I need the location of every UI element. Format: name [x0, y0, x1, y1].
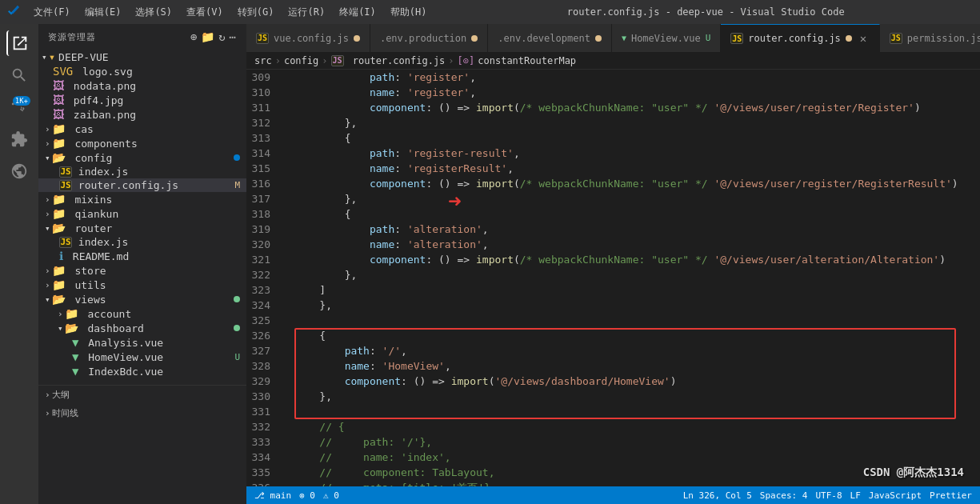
- tab-permission-js[interactable]: JS permission.js: [880, 24, 980, 52]
- code-line-321: component: () => import(/* webpackChunkN…: [294, 252, 972, 267]
- tree-router-index-js[interactable]: JS index.js: [38, 235, 246, 249]
- code-line-322: },: [294, 267, 972, 282]
- components-label: components: [69, 138, 246, 150]
- sidebar-outline[interactable]: 大纲: [38, 386, 246, 404]
- sidebar-actions: ⊕ 📁 ↻ ⋯: [190, 30, 237, 43]
- tree-cas[interactable]: 📁 cas: [38, 122, 246, 136]
- account-label: account: [82, 308, 246, 320]
- code-line-318: {: [294, 206, 972, 222]
- tree-utils[interactable]: 📁 utils: [38, 278, 246, 292]
- menu-help[interactable]: 帮助(H): [384, 4, 434, 21]
- formatter[interactable]: Prettier: [930, 490, 972, 501]
- tree-readme[interactable]: ℹ README.md: [38, 249, 246, 263]
- router-config-tab-label: router.config.js: [748, 33, 841, 44]
- env-production-tab-label: .env.production: [380, 33, 466, 44]
- tree-qiankun[interactable]: 📁 qiankun: [38, 206, 246, 221]
- sidebar-title: 资源管理器: [48, 31, 96, 43]
- source-control-badge: 1K+: [13, 96, 30, 106]
- homeview-badge: U: [234, 352, 246, 362]
- tab-env-production[interactable]: .env.production: [370, 24, 488, 52]
- root-folder-icon: ▾: [49, 50, 55, 63]
- tree-store[interactable]: 📁 store: [38, 263, 246, 278]
- permission-tab-label: permission.js: [907, 33, 980, 44]
- views-arrow: [45, 294, 50, 305]
- tab-homeview-vue[interactable]: ▼ HomeView.vue U: [612, 24, 721, 52]
- router-index-label: index.js: [72, 236, 246, 248]
- env-development-tab-label: .env.development: [498, 33, 590, 44]
- tree-indexbdc-vue[interactable]: ▼ IndexBdc.vue: [38, 364, 246, 378]
- breadcrumb-file[interactable]: router.config.js: [347, 55, 446, 66]
- git-branch[interactable]: ⎇ main: [254, 490, 291, 501]
- spaces[interactable]: Spaces: 4: [760, 490, 808, 501]
- root-label: DEEP-VUE: [58, 51, 246, 63]
- code-lines[interactable]: path: 'register', name: 'register', comp…: [286, 70, 980, 486]
- tab-router-config-js[interactable]: JS router.config.js ✕: [721, 24, 880, 52]
- homeview-tab-badge: U: [706, 33, 711, 43]
- qiankun-arrow: [45, 209, 50, 219]
- menu-view[interactable]: 查看(V): [180, 4, 230, 21]
- tree-config-index-js[interactable]: JS index.js: [38, 165, 246, 178]
- tree-router-config-js[interactable]: JS router.config.js M: [38, 178, 246, 192]
- refresh-icon[interactable]: ↻: [218, 30, 226, 43]
- activity-search[interactable]: [6, 62, 32, 88]
- tab-vue-config[interactable]: JS vue.config.js: [246, 24, 370, 52]
- tree-pdf4-jpg[interactable]: 🖼 pdf4.jpg: [38, 93, 246, 107]
- cursor-position[interactable]: Ln 326, Col 5: [683, 490, 752, 501]
- menu-goto[interactable]: 转到(G): [231, 4, 281, 21]
- tree-router[interactable]: 📂 router: [38, 221, 246, 235]
- config-folder-icon: 📂: [52, 151, 66, 164]
- title-bar: 文件(F) 编辑(E) 选择(S) 查看(V) 转到(G) 运行(R) 终端(I…: [0, 0, 980, 24]
- dashboard-arrow: [58, 323, 63, 334]
- menu-bar[interactable]: 文件(F) 编辑(E) 选择(S) 查看(V) 转到(G) 运行(R) 终端(I…: [27, 4, 434, 21]
- main-layout: 1K+ 资源管理器 ⊕ 📁 ↻ ⋯ ▾ DEEP-VUE: [0, 24, 980, 504]
- config-label: config: [69, 152, 234, 164]
- utils-arrow: [45, 280, 50, 290]
- tree-analysis-vue[interactable]: ▼ Analysis.vue: [38, 335, 246, 350]
- breadcrumb-config[interactable]: config: [284, 55, 318, 66]
- breadcrumb-constant[interactable]: constantRouterMap: [478, 55, 576, 66]
- tree-logo-svg[interactable]: SVG logo.svg: [38, 64, 246, 78]
- menu-run[interactable]: 运行(R): [282, 4, 331, 21]
- tree-account[interactable]: 📁 account: [38, 306, 246, 321]
- breadcrumb-src[interactable]: src: [254, 55, 272, 66]
- tree-homeview-vue[interactable]: ▼ HomeView.vue U: [38, 350, 246, 364]
- menu-select[interactable]: 选择(S): [129, 4, 178, 21]
- tree-views[interactable]: 📂 views: [38, 292, 246, 306]
- mixins-label: mixins: [69, 194, 246, 206]
- router-index-js-icon: JS: [59, 237, 72, 248]
- tree-dashboard[interactable]: 📂 dashboard: [38, 321, 246, 335]
- code-line-319: path: 'alteration',: [294, 222, 972, 237]
- menu-terminal[interactable]: 终端(I): [333, 4, 382, 21]
- code-line-315: name: 'registerResult',: [294, 161, 972, 176]
- breadcrumb-symbol[interactable]: [⊙]: [458, 55, 475, 66]
- language-mode[interactable]: JavaScript: [869, 490, 922, 501]
- root-arrow: [42, 52, 47, 62]
- tree-components[interactable]: 📁 components: [38, 136, 246, 150]
- menu-file[interactable]: 文件(F): [27, 4, 77, 21]
- warning-count[interactable]: ⚠ 0: [323, 490, 339, 501]
- tree-root[interactable]: ▾ DEEP-VUE: [38, 50, 246, 64]
- tab-env-development[interactable]: .env.development: [488, 24, 612, 52]
- collapse-icon[interactable]: ⋯: [230, 30, 237, 43]
- router-config-tab-close[interactable]: ✕: [857, 32, 870, 45]
- code-line-316: component: () => import(/* webpackChunkN…: [294, 176, 972, 191]
- activity-source-control[interactable]: 1K+: [6, 94, 32, 120]
- activity-explorer[interactable]: [6, 30, 32, 56]
- breadcrumb: src › config › JS router.config.js › [⊙]…: [246, 52, 980, 70]
- code-line-320: name: 'alteration',: [294, 237, 972, 252]
- line-ending[interactable]: LF: [850, 490, 861, 501]
- sidebar-timeline[interactable]: 时间线: [38, 404, 246, 422]
- activity-extensions[interactable]: [6, 126, 32, 152]
- zaiban-label: zaiban.png: [67, 109, 246, 121]
- error-count[interactable]: ⊗ 0: [299, 490, 315, 501]
- tree-nodata-png[interactable]: 🖼 nodata.png: [38, 78, 246, 93]
- tree-mixins[interactable]: 📁 mixins: [38, 192, 246, 206]
- cas-folder-icon: 📁: [52, 122, 66, 135]
- tree-zaiban-png[interactable]: 🖼 zaiban.png: [38, 107, 246, 122]
- encoding[interactable]: UTF-8: [815, 490, 842, 501]
- new-folder-icon[interactable]: 📁: [201, 30, 215, 43]
- activity-remote[interactable]: [6, 158, 32, 184]
- new-file-icon[interactable]: ⊕: [190, 30, 198, 43]
- menu-edit[interactable]: 编辑(E): [78, 4, 128, 21]
- tree-config[interactable]: 📂 config: [38, 150, 246, 165]
